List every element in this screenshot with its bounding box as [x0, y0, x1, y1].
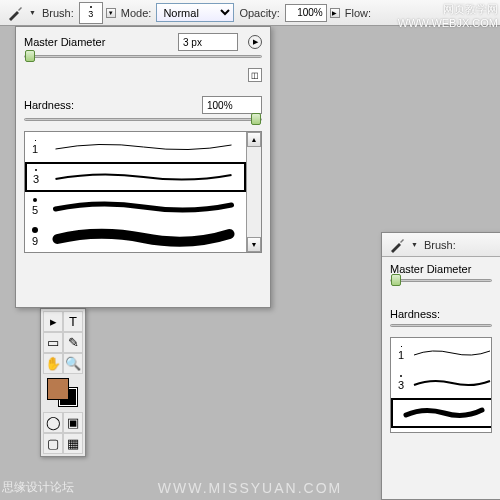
color-swatches[interactable] — [45, 378, 81, 408]
brush-row-selected[interactable] — [391, 398, 492, 428]
flow-label: Flow: — [345, 7, 371, 19]
tool-preset-dropdown[interactable]: ▼ — [29, 9, 37, 16]
hardness-slider[interactable] — [390, 324, 492, 327]
brush-tool-icon[interactable] — [386, 235, 408, 255]
brush-row[interactable]: 5 — [25, 192, 246, 222]
tools-palette: ▸ T ▭ ✎ ✋ 🔍 ◯ ▣ ▢ ▦ — [40, 308, 86, 457]
opacity-input[interactable]: 100% — [285, 4, 327, 22]
zoom-tool[interactable]: 🔍 — [63, 353, 83, 374]
eyedropper-tool[interactable]: ✎ — [63, 332, 83, 353]
rectangle-tool[interactable]: ▭ — [43, 332, 63, 353]
brush-label: Brush: — [424, 239, 456, 251]
hardness-slider[interactable] — [24, 118, 262, 121]
slider-thumb[interactable] — [391, 274, 401, 286]
brush-preset-thumb[interactable]: 3 — [79, 2, 103, 24]
watermark-top-right: 网页教学网 WWW.WEBJX.COM — [398, 2, 498, 29]
opacity-dropdown[interactable]: ▶ — [330, 8, 340, 18]
blend-mode-select[interactable]: Normal — [156, 3, 234, 22]
brush-label: Brush: — [42, 7, 74, 19]
hand-tool[interactable]: ✋ — [43, 353, 63, 374]
watermark-bottom: WWW.MISSYUAN.COM — [0, 480, 500, 496]
brush-row[interactable]: 1 — [391, 338, 492, 368]
tool-preset-dropdown[interactable]: ▼ — [411, 241, 419, 248]
opacity-label: Opacity: — [239, 7, 279, 19]
brush-preset-dropdown[interactable]: ▼ — [106, 8, 116, 18]
master-diameter-label: Master Diameter — [24, 36, 178, 48]
master-diameter-label: Master Diameter — [390, 263, 471, 275]
brush-row[interactable]: 1 — [25, 132, 246, 162]
master-diameter-slider[interactable] — [390, 279, 492, 282]
hardness-input[interactable]: 100% — [202, 96, 262, 114]
brush-preset-panel-secondary: ▼ Brush: Master Diameter Hardness: 1 3 — [381, 232, 500, 500]
brush-row[interactable]: 9 — [25, 222, 246, 252]
flyout-menu-button[interactable]: ▶ — [248, 35, 262, 49]
slider-thumb[interactable] — [251, 113, 261, 125]
hardness-label: Hardness: — [24, 99, 202, 111]
brush-preset-panel: Master Diameter 3 px ▶ ◫ Hardness: 100% … — [15, 26, 271, 308]
brush-row[interactable]: 3 — [391, 368, 492, 398]
scroll-down-button[interactable]: ▼ — [247, 237, 261, 252]
brush-stroke-list: 1 3 — [390, 337, 492, 433]
brush-stroke-list: 1 3 5 9 ▲ ▼ — [24, 131, 262, 253]
path-selection-tool[interactable]: ▸ — [43, 311, 63, 332]
master-diameter-input[interactable]: 3 px — [178, 33, 238, 51]
scroll-track[interactable] — [247, 147, 261, 237]
brush-row-selected[interactable]: 3 — [25, 162, 246, 192]
new-preset-icon[interactable]: ◫ — [248, 68, 262, 82]
hardness-label: Hardness: — [390, 308, 440, 320]
screen-mode-full[interactable]: ▦ — [63, 433, 83, 454]
brush-list-scrollbar[interactable]: ▲ ▼ — [246, 132, 261, 252]
type-tool[interactable]: T — [63, 311, 83, 332]
screen-mode-standard[interactable]: ▢ — [43, 433, 63, 454]
quick-mask-toggle[interactable]: ◯ — [43, 412, 63, 433]
screen-mode-toggle[interactable]: ▣ — [63, 412, 83, 433]
foreground-color-swatch[interactable] — [47, 378, 69, 400]
mode-label: Mode: — [121, 7, 152, 19]
slider-thumb[interactable] — [25, 50, 35, 62]
master-diameter-slider[interactable] — [24, 55, 262, 58]
brush-tool-icon[interactable] — [4, 3, 26, 23]
scroll-up-button[interactable]: ▲ — [247, 132, 261, 147]
